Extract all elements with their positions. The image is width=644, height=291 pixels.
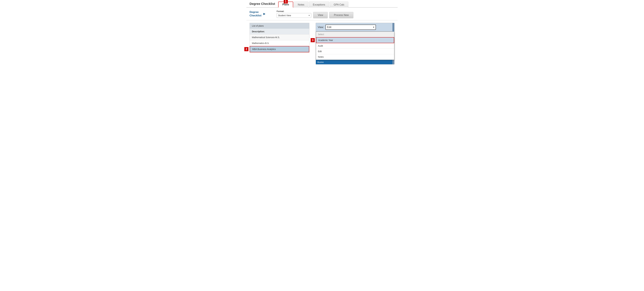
format-select-wrapper: Student View (277, 13, 311, 18)
dropdown-options: Select 3 Academic Year Audit Edit Notes (316, 32, 394, 60)
plans-item-3[interactable]: MBA Business Analytics (250, 46, 309, 52)
tab-notes[interactable]: Notes (294, 2, 308, 8)
dropdown-option-audit[interactable]: Audit (316, 43, 394, 49)
format-select[interactable]: Student View (277, 13, 311, 18)
breadcrumb-line2: Checklist (250, 14, 262, 17)
view-panel: View: Edit Select 3 (316, 23, 394, 64)
format-label: Format: (277, 10, 311, 12)
plans-item-2[interactable]: Mathematics-B.S. (250, 40, 309, 46)
view-select-wrapper: Edit (326, 24, 376, 30)
dropdown-option-academic-year[interactable]: Academic Year (316, 37, 394, 43)
breadcrumb-line1: Degree (250, 10, 262, 14)
view-panel-inner: View: Edit Select 3 (316, 23, 394, 64)
step1-marker: 1 (284, 0, 288, 4)
dropdown-option-notes[interactable]: Notes (316, 54, 394, 60)
app-title: Degree Checklist (250, 2, 278, 7)
plans-description-header: Description: (250, 29, 309, 34)
view-row: View: Edit (316, 23, 394, 32)
view-button[interactable]: View (313, 12, 328, 18)
bottom-bar: Busine (316, 60, 394, 64)
view-label: View: (318, 26, 324, 29)
plans-panel: List of plans Description: Mathematical … (250, 23, 310, 52)
main-content: List of plans Description: Mathematical … (246, 20, 398, 67)
step3-marker: 3 (311, 38, 315, 42)
tab-bar: Degree Checklist 1 Plans Notes Exception… (246, 0, 398, 8)
plans-header: List of plans (250, 23, 309, 29)
view-select[interactable]: Edit (326, 24, 376, 30)
tab-exceptions[interactable]: Exceptions (309, 2, 329, 8)
step2-marker: 2 (244, 47, 248, 51)
dropdown-option-select[interactable]: Select (316, 32, 394, 37)
breadcrumb: Degree Checklist ► (250, 10, 275, 17)
bottom-hint-text: Busine (318, 61, 324, 63)
plans-panel-container: List of plans Description: Mathematical … (250, 23, 310, 52)
process-new-button[interactable]: Process New (329, 12, 353, 18)
breadcrumb-arrow-icon: ► (263, 12, 266, 16)
format-section: Format: Student View (277, 10, 311, 18)
dropdown-option-edit[interactable]: Edit (316, 49, 394, 54)
plans-item-1[interactable]: Mathematical Sciences-M.S. (250, 34, 309, 40)
tab-gpa-calc[interactable]: GPA Calc (330, 2, 348, 8)
toolbar: Degree Checklist ► Format: Student View … (246, 8, 398, 20)
